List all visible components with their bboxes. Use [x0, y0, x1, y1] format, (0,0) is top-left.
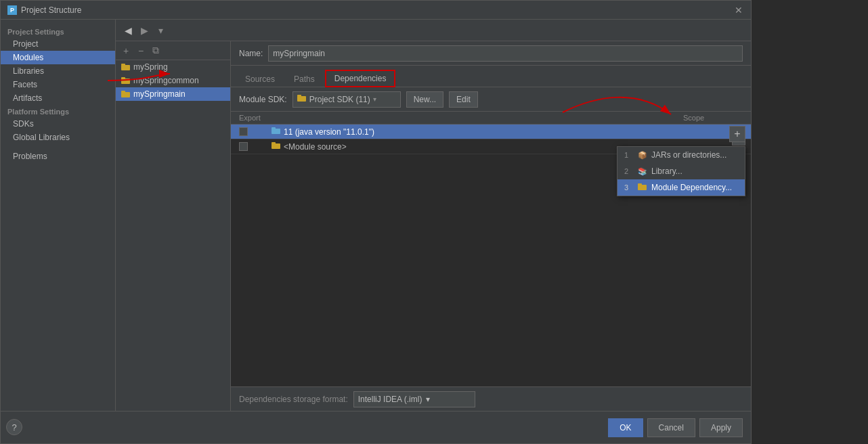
title-bar-left: P Project Structure [7, 5, 81, 15]
content-area: ◀ ▶ ▾ + − ⧉ [116, 20, 751, 411]
back-button[interactable]: ◀ [121, 24, 135, 37]
forward-button[interactable]: ▶ [137, 24, 151, 37]
close-button[interactable]: ✕ [733, 5, 744, 16]
dialog-title: Project Structure [21, 5, 81, 15]
dropdown-item-num-2: 2 [624, 167, 634, 175]
dropdown-item-library-label: Library... [651, 166, 682, 176]
deps-col-export-header: Export [231, 114, 272, 122]
name-label: Name: [239, 49, 263, 58]
svg-rect-7 [297, 95, 301, 97]
deps-cell-name-sdk: 11 (java version "11.0.1") [272, 127, 683, 137]
tab-paths[interactable]: Paths [285, 71, 324, 87]
sidebar-item-libraries[interactable]: Libraries [1, 64, 115, 78]
sidebar-item-facets[interactable]: Facets [1, 78, 115, 91]
name-input[interactable] [268, 45, 743, 62]
svg-rect-1 [121, 64, 125, 66]
tab-sources[interactable]: Sources [236, 71, 284, 87]
deps-row-sdk[interactable]: 11 (java version "11.0.1") [231, 125, 751, 139]
svg-rect-10 [272, 129, 280, 134]
storage-value: IntelliJ IDEA (.iml) [358, 395, 422, 404]
copy-module-button[interactable]: ⧉ [150, 45, 162, 57]
deps-col-scope-header: Scope [683, 114, 751, 122]
cancel-button[interactable]: Cancel [647, 418, 695, 437]
deps-cell-export-sdk [231, 127, 272, 136]
sdk-select[interactable]: Project SDK (11) ▾ [292, 91, 401, 108]
tabs-bar: Sources Paths Dependencies [231, 66, 751, 87]
deps-col-name-header [272, 114, 683, 122]
sdk-new-button[interactable]: New... [406, 91, 443, 108]
sdk-edit-button[interactable]: Edit [449, 91, 478, 108]
add-dependency-dropdown: 1 📦 JARs or directories... 2 📚 Library..… [617, 146, 745, 196]
deps-name-module: <Module source> [284, 142, 347, 152]
svg-rect-4 [121, 92, 130, 97]
deps-header: Export Scope [231, 112, 751, 125]
ok-button[interactable]: OK [608, 418, 643, 437]
deps-area: Export Scope + 1 📦 [231, 112, 751, 386]
dropdown-item-module-dep-label: Module Dependency... [651, 183, 732, 192]
storage-dropdown-arrow: ▾ [426, 395, 430, 404]
sidebar-item-modules[interactable]: Modules [1, 51, 115, 64]
svg-rect-3 [121, 77, 125, 79]
module-item-myspringmain[interactable]: mySpringmain [116, 87, 230, 101]
sidebar-item-project[interactable]: Project [1, 37, 115, 51]
dialog-footer: OK Cancel Apply [1, 411, 751, 443]
svg-rect-0 [121, 65, 130, 70]
svg-rect-9 [638, 183, 642, 185]
sidebar-item-problems[interactable]: Problems [1, 150, 115, 163]
nav-bar: ◀ ▶ ▾ [116, 20, 751, 41]
folder-icon [121, 63, 131, 71]
project-settings-label: Project Settings [1, 25, 115, 37]
dialog-body: Project Settings Project Modules Librari… [1, 20, 751, 411]
help-button[interactable]: ? [6, 419, 22, 435]
sidebar-item-global-libraries[interactable]: Global Libraries [1, 131, 115, 144]
folder-icon [121, 90, 131, 98]
svg-rect-6 [297, 96, 306, 102]
tab-dependencies[interactable]: Dependencies [325, 70, 396, 87]
deps-name-sdk: 11 (java version "11.0.1") [284, 127, 374, 137]
svg-rect-13 [272, 142, 276, 144]
export-checkbox-sdk[interactable] [239, 127, 248, 136]
folder-icon [121, 76, 131, 85]
dropdown-item-jars[interactable]: 1 📦 JARs or directories... [617, 147, 745, 163]
platform-settings-label: Platform Settings [1, 105, 115, 117]
sdk-folder-icon [297, 94, 307, 104]
apply-button[interactable]: Apply [699, 418, 743, 437]
remove-module-button[interactable]: − [135, 45, 147, 57]
right-panel: Name: Sources Paths Dependencies [231, 41, 751, 411]
dropdown-item-num-3: 3 [624, 183, 634, 192]
storage-select[interactable]: IntelliJ IDEA (.iml) ▾ [353, 391, 475, 407]
export-checkbox-module[interactable] [239, 142, 248, 151]
module-list-pane: + − ⧉ mySpring [116, 41, 231, 411]
sidebar-item-sdks[interactable]: SDKs [1, 117, 115, 131]
sdk-label: Module SDK: [239, 95, 287, 104]
module-item-myspring[interactable]: mySpring [116, 60, 230, 74]
deps-folder-icon-sdk [272, 127, 281, 137]
storage-row: Dependencies storage format: IntelliJ ID… [231, 386, 751, 411]
svg-rect-8 [638, 185, 647, 190]
horizontal-split: + − ⧉ mySpring [116, 41, 751, 411]
project-structure-dialog: P Project Structure ✕ Project Settings P… [0, 0, 752, 444]
sidebar-item-artifacts[interactable]: Artifacts [1, 91, 115, 105]
title-bar: P Project Structure ✕ [1, 1, 751, 20]
dropdown-item-library[interactable]: 2 📚 Library... [617, 163, 745, 179]
dropdown-item-jars-label: JARs or directories... [651, 150, 726, 160]
sdk-dropdown-arrow: ▾ [373, 95, 376, 103]
name-row: Name: [231, 41, 751, 66]
history-button[interactable]: ▾ [154, 24, 167, 37]
module-list-header: + − ⧉ [116, 41, 230, 60]
dropdown-item-num-1: 1 [624, 151, 634, 159]
sdk-row: Module SDK: Project SDK (11) ▾ N [231, 87, 751, 112]
module-dep-icon [638, 183, 647, 192]
dialog-icon: P [7, 5, 17, 15]
add-dependency-button[interactable]: + [729, 126, 745, 142]
dropdown-item-module-dep[interactable]: 3 Module Dependency... [617, 179, 745, 196]
sdk-value: Project SDK (11) [309, 95, 370, 104]
sidebar: Project Settings Project Modules Librari… [1, 20, 116, 411]
module-item-myspringcommon[interactable]: mySpringcommon [116, 74, 230, 87]
svg-rect-5 [121, 91, 125, 93]
jar-icon: 📦 [638, 151, 647, 160]
deps-folder-icon-module [272, 141, 281, 152]
lib-icon: 📚 [638, 167, 647, 176]
svg-rect-11 [272, 127, 276, 129]
add-module-button[interactable]: + [120, 45, 132, 57]
